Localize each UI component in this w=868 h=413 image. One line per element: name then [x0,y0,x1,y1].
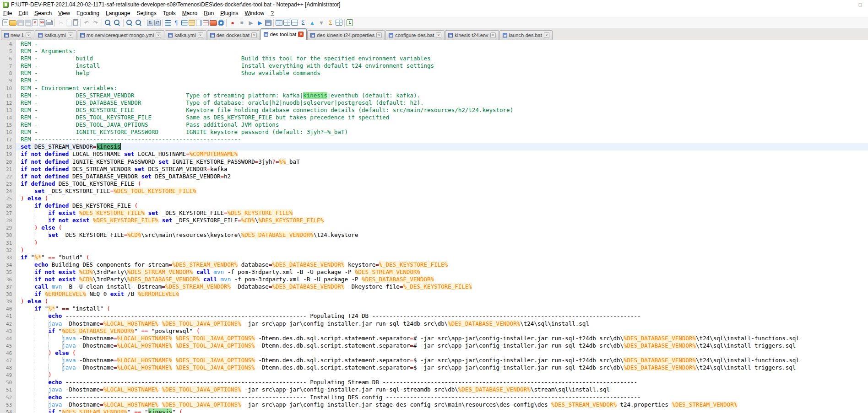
code-line-50[interactable]: 50 echo --------------------------------… [0,379,868,386]
menu-tools[interactable]: Tools [160,10,179,17]
code-line-42[interactable]: 42 java -Dhostname=%LOCAL_HOSTNAME% %DES… [0,320,868,327]
document-switcher-icon[interactable]: 1 [347,19,353,26]
code-line-20[interactable]: 20if not defined IGNITE_KEYSTORE_PASSWOR… [0,158,868,166]
code-line-38[interactable]: 38 if %ERRORLEVEL% NEQ 0 exit /B %ERRORL… [0,290,868,298]
code-line-21[interactable]: 21if not defined DES_STREAM_VENDOR set D… [0,166,868,173]
code-line-17[interactable]: 17REM ----------------------------------… [0,136,868,143]
menu-language[interactable]: Language [103,10,133,17]
maximize-button[interactable]: □ [852,0,868,9]
plugin-table-icon[interactable] [283,20,290,26]
code-line-30[interactable]: 30 set _DES_KEYSTORE_FILE=%CD%\src\main\… [0,231,868,239]
close-all-files-icon[interactable] [39,19,45,26]
code-line-18[interactable]: 18set DES_STREAM_VENDOR=kinesis [0,143,868,150]
record-macro-icon[interactable]: ● [228,19,237,27]
tab-kafka-yml[interactable]: kafka.yml× [165,30,206,40]
menu-search[interactable]: Search [31,10,55,17]
code-line-7[interactable]: 7REM - install Install everything with d… [0,62,868,70]
code-line-47[interactable]: 47 java -Dhostname=%LOCAL_HOSTNAME% %DES… [0,357,868,364]
tab-kinesis-t24-env[interactable]: kinesis-t24.env× [445,30,499,40]
code-line-8[interactable]: 8REM - help Show available commands [0,70,868,77]
word-wrap-icon[interactable] [165,20,171,26]
code-line-15[interactable]: 15REM - DES_TOOL_JAVA_OPTIONS Pass addit… [0,121,868,129]
find-icon[interactable] [104,19,112,27]
tab-close-icon[interactable]: × [251,32,257,38]
document-map-icon[interactable] [196,20,202,26]
tab-des-tool-bat[interactable]: des-tool.bat× [260,28,307,40]
code-editor[interactable]: 4REM - 5REM - Arguments:6REM - build Bui… [0,40,868,413]
save-macro-icon[interactable] [265,20,271,26]
code-line-16[interactable]: 16REM - IGNITE_KEYSTORE_PASSWORD IGNITE … [0,129,868,136]
code-line-45[interactable]: 45 java -Dhostname=%LOCAL_HOSTNAME% %DES… [0,342,868,349]
code-line-11[interactable]: 11REM - DES_STREAM_VENDOR Type of stream… [0,92,868,99]
redo-icon[interactable]: ↷ [92,19,100,27]
code-line-51[interactable]: 51 java -Dhostname=%LOCAL_HOSTNAME% %DES… [0,386,868,393]
folder-as-workspace-icon[interactable] [210,20,217,26]
menu-edit[interactable]: Edit [15,10,31,17]
tab-close-icon[interactable]: × [490,32,496,38]
tab-close-icon[interactable]: × [68,32,73,38]
tab-des-docker-bat[interactable]: des-docker.bat× [207,30,260,40]
tab-close-icon[interactable]: × [26,32,31,38]
menu-window[interactable]: Window [242,10,268,17]
show-all-characters-icon[interactable]: ¶ [172,19,180,27]
menu-file[interactable]: File [0,10,15,17]
copy-icon[interactable] [66,20,72,26]
zoom-in-icon[interactable] [125,19,134,27]
stop-macro-icon[interactable]: ■ [238,19,246,27]
code-line-46[interactable]: 46 ) else ( [0,349,868,357]
code-line-5[interactable]: 5REM - Arguments: [0,48,868,55]
code-line-6[interactable]: 6REM - build Build this tool for the spe… [0,55,868,62]
code-line-53[interactable]: 53 java -Dhostname=%LOCAL_HOSTNAME% %DES… [0,401,868,408]
code-line-54[interactable]: 54 if "%DES_STREAM_VENDOR%" == "kinesis"… [0,408,868,413]
code-line-25[interactable]: 25) else ( [0,195,868,202]
code-line-48[interactable]: 48 java -Dhostname=%LOCAL_HOSTNAME% %DES… [0,364,868,371]
menu-plugins[interactable]: Plugins [217,10,241,17]
function-list-icon[interactable] [189,20,195,26]
tab-launch-des-bat[interactable]: launch-des.bat× [499,30,553,40]
code-line-37[interactable]: 37 call mvn -B -U clean install -Dstream… [0,283,868,290]
new-file-icon[interactable] [2,19,8,26]
close-file-icon[interactable] [32,19,38,26]
code-line-22[interactable]: 22if not defined DES_DATABASE_VENDOR set… [0,173,868,180]
menu-encoding[interactable]: Encoding [73,10,103,17]
code-line-44[interactable]: 44 java -Dhostname=%LOCAL_HOSTNAME% %DES… [0,335,868,342]
code-line-14[interactable]: 14REM - DES_TOOL_KEYSTORE_FILE Same as D… [0,114,868,121]
plugin-sum-icon[interactable]: Σ [299,19,307,27]
play-macro-icon[interactable]: ▶ [247,19,255,27]
cut-icon[interactable]: ✂ [57,19,65,27]
replace-icon[interactable] [113,19,121,27]
tab-ms-servicerequest-mongo-yml[interactable]: ms-servicerequest-mongo.yml× [77,30,164,40]
code-line-52[interactable]: 52 echo --------------------------------… [0,394,868,401]
code-line-39[interactable]: 39) else ( [0,298,868,305]
code-line-36[interactable]: 36 if not exist %CD%\3rdParty\%DES_DATAB… [0,276,868,283]
code-line-28[interactable]: 28 if not exist %DES_KEYSTORE_FILE% set … [0,217,868,224]
code-line-26[interactable]: 26 if defined DES_KEYSTORE_FILE ( [0,202,868,209]
menu-macro[interactable]: Macro [179,10,201,17]
code-line-40[interactable]: 40 if "%*" == "install" ( [0,305,868,312]
code-line-35[interactable]: 35 if not exist %CD%\3rdParty\%DES_STREA… [0,268,868,276]
code-line-4[interactable]: 4REM - [0,40,868,48]
document-list-icon[interactable] [203,20,209,26]
file-monitoring-icon[interactable] [218,20,224,26]
notepad-plus-plus-icon[interactable] [3,2,9,8]
code-line-32[interactable]: 32) [0,247,868,254]
code-line-49[interactable]: 49 ) [0,371,868,379]
menu-?[interactable]: ? [267,10,277,17]
tab-close-icon[interactable]: × [376,32,382,38]
tab-new-1[interactable]: new 1× [1,30,34,40]
code-line-31[interactable]: 31 ) [0,239,868,247]
paste-icon[interactable] [73,19,78,26]
plugin-sort-ascending-icon[interactable]: ▲ [308,19,316,27]
save-all-icon[interactable] [25,20,31,26]
code-line-27[interactable]: 27 if exist %DES_KEYSTORE_FILE% set _DES… [0,209,868,217]
code-line-23[interactable]: 23if defined DES_TOOL_KEYSTORE_FILE ( [0,180,868,188]
code-line-13[interactable]: 13REM - DES_KEYSTORE_FILE Keystore file … [0,107,868,114]
tab-des-kinesis-t24-properties[interactable]: des-kinesis-t24.properties× [307,30,385,40]
code-line-29[interactable]: 29 ) else ( [0,224,868,231]
tab-close-icon[interactable]: × [156,32,161,38]
code-line-12[interactable]: 12REM - DES_DATABASE_VENDOR Type of data… [0,99,868,107]
tab-close-icon[interactable]: × [198,32,203,38]
plugin-panel-down-icon[interactable] [276,20,282,26]
menu-settings[interactable]: Settings [133,10,159,17]
tab-close-icon[interactable]: × [544,32,549,38]
